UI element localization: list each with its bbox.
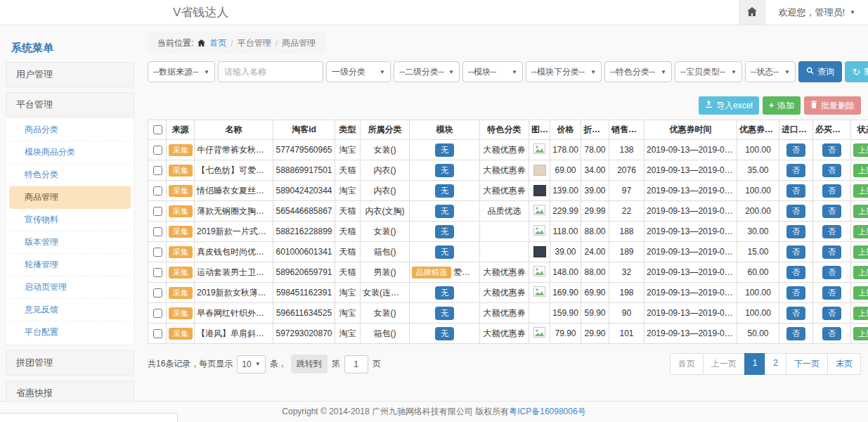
item-type-select[interactable]: --宝贝类型--▼ bbox=[675, 61, 742, 82]
sidebar-item-拼团管理[interactable]: 拼团管理 bbox=[6, 350, 134, 376]
row-checkbox[interactable] bbox=[153, 207, 162, 216]
breadcrumb: 当前位置: 首页 / 平台管理 / 商品管理 bbox=[148, 32, 325, 54]
must-buy-badge[interactable]: 否 bbox=[822, 307, 841, 320]
sidebar-item-模块商品分类[interactable]: 模块商品分类 bbox=[9, 141, 131, 164]
discount-price: 39.00 bbox=[581, 181, 609, 201]
jump-page-input[interactable] bbox=[344, 355, 368, 373]
import-select-badge[interactable]: 否 bbox=[786, 143, 805, 157]
col-import-select: 进口优选 bbox=[779, 120, 813, 140]
jump-button[interactable]: 跳转到 bbox=[291, 354, 328, 373]
batch-delete-button[interactable]: 批量删除 bbox=[804, 96, 861, 115]
must-buy-badge[interactable]: 否 bbox=[822, 225, 841, 238]
home-button[interactable] bbox=[739, 0, 765, 25]
data-source-select[interactable]: --数据来源--▼ bbox=[148, 61, 215, 82]
row-checkbox[interactable] bbox=[153, 186, 162, 196]
sidebar-item-版本管理[interactable]: 版本管理 bbox=[9, 231, 131, 254]
import-select-badge[interactable]: 否 bbox=[786, 286, 805, 300]
must-buy-badge[interactable]: 否 bbox=[822, 245, 841, 259]
search-button[interactable]: 查询 bbox=[798, 61, 842, 82]
sidebar-item-轮播管理[interactable]: 轮播管理 bbox=[9, 254, 131, 276]
import-select-badge[interactable]: 否 bbox=[786, 164, 805, 177]
name-search-input[interactable] bbox=[218, 61, 323, 82]
sidebar-item-启动页管理[interactable]: 启动页管理 bbox=[9, 276, 131, 299]
must-buy-badge[interactable]: 否 bbox=[822, 286, 841, 300]
sidebar-item-平台配置[interactable]: 平台配置 bbox=[9, 321, 131, 343]
sidebar-item-特色分类[interactable]: 特色分类 bbox=[9, 164, 131, 186]
row-checkbox[interactable] bbox=[153, 146, 162, 155]
import-select-badge[interactable]: 否 bbox=[786, 245, 805, 259]
module-select[interactable]: --模块--▼ bbox=[462, 61, 523, 82]
sales-count: 32 bbox=[609, 262, 644, 283]
must-buy-badge[interactable]: 否 bbox=[822, 327, 841, 340]
sidebar-item-宣传物料[interactable]: 宣传物料 bbox=[9, 209, 131, 231]
row-checkbox[interactable] bbox=[153, 268, 162, 277]
status-badge[interactable]: 上架 bbox=[853, 286, 868, 300]
status-badge[interactable]: 上架 bbox=[853, 245, 868, 259]
import-select-badge[interactable]: 否 bbox=[786, 205, 805, 218]
product-type: 天猫 bbox=[335, 242, 361, 262]
chevron-down-icon: ▼ bbox=[448, 69, 454, 75]
status-badge[interactable]: 上架 bbox=[853, 327, 868, 340]
coupon-time: 2019-09-13—2019-09-20 bbox=[644, 181, 737, 201]
coupon-amount: 100.00 bbox=[737, 283, 779, 303]
row-checkbox[interactable] bbox=[153, 227, 162, 236]
import-select-badge[interactable]: 否 bbox=[786, 184, 805, 198]
status-badge[interactable]: 上架 bbox=[853, 205, 868, 218]
module-subcategory-select[interactable]: --模块下分类--▼ bbox=[526, 61, 602, 82]
must-buy-badge[interactable]: 否 bbox=[822, 184, 841, 198]
product-category: 箱包() bbox=[361, 324, 410, 344]
sidebar-item-用户管理[interactable]: 用户管理 bbox=[6, 62, 134, 87]
add-button[interactable]: + 添加 bbox=[763, 96, 801, 115]
table-row: 采集 【七色纺】可爱纯棉家... 588869917501 天猫 内衣() 无 … bbox=[148, 160, 868, 181]
trash-icon bbox=[810, 101, 817, 110]
pager-next[interactable]: 下一页 bbox=[786, 353, 828, 375]
status-badge[interactable]: 上架 bbox=[853, 307, 868, 320]
pager-prev[interactable]: 上一页 bbox=[703, 353, 745, 375]
pager-page-1[interactable]: 1 bbox=[744, 353, 766, 375]
import-select-badge[interactable]: 否 bbox=[786, 327, 805, 340]
pager-first[interactable]: 首页 bbox=[670, 353, 704, 375]
row-checkbox[interactable] bbox=[153, 309, 162, 318]
product-type: 天猫 bbox=[335, 160, 361, 181]
source-badge: 采集 bbox=[169, 328, 193, 340]
status-badge[interactable]: 上架 bbox=[853, 266, 868, 279]
sidebar-item-商品分类[interactable]: 商品分类 bbox=[9, 119, 131, 141]
row-checkbox[interactable] bbox=[153, 288, 162, 298]
must-buy-badge[interactable]: 否 bbox=[822, 143, 841, 157]
source-badge: 采集 bbox=[169, 144, 193, 156]
breadcrumb-item-platform[interactable]: 平台管理 bbox=[238, 37, 271, 49]
must-buy-badge[interactable]: 否 bbox=[822, 205, 841, 218]
status-badge[interactable]: 上架 bbox=[853, 164, 868, 177]
breadcrumb-home-link[interactable]: 首页 bbox=[209, 37, 226, 49]
row-checkbox[interactable] bbox=[153, 329, 162, 338]
status-badge[interactable]: 上架 bbox=[853, 143, 868, 157]
must-buy-badge[interactable]: 否 bbox=[822, 266, 841, 279]
import-excel-button[interactable]: 导入excel bbox=[699, 96, 759, 115]
must-buy-badge[interactable]: 否 bbox=[822, 164, 841, 177]
level2-category-select[interactable]: --二级分类--▼ bbox=[394, 61, 460, 82]
product-name: 【七色纺】可爱纯棉家... bbox=[195, 160, 273, 181]
reset-button[interactable]: ↻ 重置 bbox=[845, 61, 868, 82]
sidebar-item-省惠快报[interactable]: 省惠快报 bbox=[6, 381, 134, 402]
icp-link[interactable]: 粤ICP备16098006号 bbox=[509, 406, 585, 418]
user-menu[interactable]: 欢迎您，管理员! ▼ bbox=[765, 0, 868, 25]
sidebar-item-平台管理[interactable]: 平台管理 bbox=[6, 92, 134, 117]
row-checkbox[interactable] bbox=[153, 248, 162, 257]
sidebar-item-商品管理[interactable]: 商品管理 bbox=[9, 186, 131, 209]
product-name: 薄款无钢圈文胸聚拢性... bbox=[195, 201, 273, 222]
coupon-amount: 60.00 bbox=[737, 262, 779, 283]
per-page-select[interactable]: 10 ▼ bbox=[237, 355, 265, 373]
level1-category-select[interactable]: 一级分类▼ bbox=[326, 61, 391, 82]
import-select-badge[interactable]: 否 bbox=[786, 307, 805, 320]
import-select-badge[interactable]: 否 bbox=[786, 225, 805, 238]
status-badge[interactable]: 上架 bbox=[853, 184, 868, 198]
pager-page-2[interactable]: 2 bbox=[765, 353, 786, 375]
row-checkbox[interactable] bbox=[153, 166, 162, 175]
select-all-checkbox[interactable] bbox=[153, 125, 162, 134]
status-badge[interactable]: 上架 bbox=[853, 225, 868, 238]
status-select[interactable]: --状态--▼ bbox=[745, 61, 796, 82]
sidebar-item-意见反馈[interactable]: 意见反馈 bbox=[9, 299, 131, 321]
import-select-badge[interactable]: 否 bbox=[786, 266, 805, 279]
feature-category-select[interactable]: --特色分类--▼ bbox=[604, 61, 672, 82]
pager-last[interactable]: 末页 bbox=[827, 353, 861, 375]
